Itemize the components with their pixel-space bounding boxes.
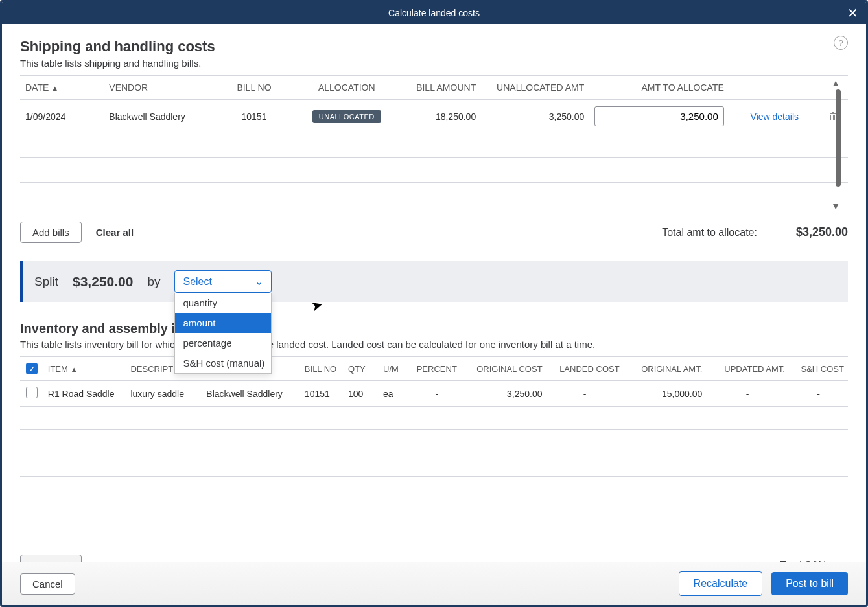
col-origamt[interactable]: ORIGINAL AMT. bbox=[624, 357, 707, 381]
col-um[interactable]: U/M bbox=[379, 357, 410, 381]
cell-item: R1 Road Saddle bbox=[44, 381, 127, 407]
cell-billno: 10151 bbox=[219, 100, 289, 133]
col-allocation[interactable]: ALLOCATION bbox=[289, 76, 405, 100]
col-vendor[interactable]: VENDOR bbox=[104, 76, 219, 100]
select-placeholder: Select bbox=[183, 276, 211, 288]
col-unalloc[interactable]: UNALLOCATED AMT bbox=[481, 76, 589, 100]
table-row[interactable] bbox=[20, 430, 848, 453]
split-amount: $3,250.00 bbox=[73, 274, 133, 290]
col-origcost[interactable]: ORIGINAL COST bbox=[463, 357, 546, 381]
dialog-footer: Cancel Recalculate Post to bill bbox=[2, 562, 866, 605]
col-qty[interactable]: QTY bbox=[344, 357, 379, 381]
recalculate-button[interactable]: Recalculate bbox=[679, 571, 763, 596]
cell-vendor: Blackwell Saddlery bbox=[202, 381, 301, 407]
dialog-content: ? Shipping and handling costs This table… bbox=[2, 24, 866, 562]
col-amtalloc[interactable]: AMT TO ALLOCATE bbox=[589, 76, 729, 100]
table-row[interactable] bbox=[20, 453, 848, 477]
option-quantity[interactable]: quantity bbox=[175, 293, 271, 313]
cell-billno: 10151 bbox=[301, 381, 344, 407]
close-icon[interactable]: ✕ bbox=[847, 6, 858, 19]
total-sh-label: Total S&H cost bbox=[780, 560, 848, 562]
cell-amtalloc bbox=[589, 100, 729, 133]
shipping-table-wrap: ▲ DATE▲ VENDOR BILL NO ALLOCATION BILL A… bbox=[20, 75, 848, 207]
split-by-label: by bbox=[147, 275, 160, 289]
col-billno2[interactable]: BILL NO bbox=[301, 357, 344, 381]
col-shcost[interactable]: S&H COST bbox=[789, 357, 848, 381]
option-amount[interactable]: amount bbox=[175, 313, 271, 333]
clear-all-link-2[interactable]: Clear all bbox=[96, 560, 134, 562]
inventory-subtitle: This table lists inventory bill for whic… bbox=[20, 339, 848, 350]
inventory-controls: Add bills Clear all Total S&H cost bbox=[20, 555, 848, 562]
table-row[interactable]: 1/09/2024 Blackwell Saddlery 10151 UNALL… bbox=[20, 100, 848, 133]
split-dropdown: quantity amount percentage S&H cost (man… bbox=[174, 293, 272, 374]
cell-vendor: Blackwell Saddlery bbox=[104, 100, 219, 133]
col-updamt[interactable]: UPDATED AMT. bbox=[706, 357, 789, 381]
cell-landed: - bbox=[546, 381, 624, 407]
post-to-bill-button[interactable]: Post to bill bbox=[771, 572, 848, 595]
cancel-button[interactable]: Cancel bbox=[20, 573, 75, 595]
delete-row-icon[interactable]: 🗑 bbox=[820, 100, 848, 133]
sort-asc-icon: ▲ bbox=[71, 365, 78, 373]
cell-origamt: 15,000.00 bbox=[624, 381, 707, 407]
cell-allocation: UNALLOCATED bbox=[289, 100, 405, 133]
option-percentage[interactable]: percentage bbox=[175, 333, 271, 353]
cell-um: ea bbox=[379, 381, 410, 407]
table-row[interactable]: R1 Road Saddle luxury saddle Blackwell S… bbox=[20, 381, 848, 407]
landed-costs-dialog: Calculate landed costs ✕ ? Shipping and … bbox=[0, 0, 868, 607]
table-row[interactable] bbox=[20, 133, 848, 158]
help-icon[interactable]: ? bbox=[834, 36, 848, 50]
row-checkbox[interactable] bbox=[26, 387, 38, 398]
scroll-down-icon[interactable]: ▼ bbox=[831, 201, 840, 211]
col-percent[interactable]: PERCENT bbox=[410, 357, 463, 381]
add-bills-button[interactable]: Add bills bbox=[20, 222, 82, 243]
cell-date: 1/09/2024 bbox=[20, 100, 104, 133]
col-billamt[interactable]: BILL AMOUNT bbox=[405, 76, 482, 100]
shipping-table: DATE▲ VENDOR BILL NO ALLOCATION BILL AMO… bbox=[20, 75, 848, 207]
table-row[interactable] bbox=[20, 407, 848, 430]
inventory-section: Inventory and assembly items This table … bbox=[20, 321, 848, 562]
cell-billamt: 18,250.00 bbox=[405, 100, 482, 133]
shipping-subtitle: This table lists shipping and handling b… bbox=[20, 58, 848, 69]
cell-shcost: - bbox=[789, 381, 848, 407]
sort-asc-icon: ▲ bbox=[51, 84, 58, 92]
total-allocate-value: $3,250.00 bbox=[796, 225, 848, 239]
total-allocate-label: Total amt to allocate: bbox=[662, 227, 757, 238]
cell-unalloc: 3,250.00 bbox=[481, 100, 589, 133]
title-bar: Calculate landed costs ✕ bbox=[2, 2, 866, 24]
cell-percent: - bbox=[410, 381, 463, 407]
table-row[interactable] bbox=[20, 158, 848, 183]
col-landed[interactable]: LANDED COST bbox=[546, 357, 624, 381]
cursor-icon: ➤ bbox=[309, 296, 325, 315]
scrollbar-thumb[interactable] bbox=[836, 89, 841, 187]
chevron-down-icon: ⌄ bbox=[255, 275, 263, 288]
add-bills-button-2[interactable]: Add bills bbox=[20, 555, 82, 562]
col-item[interactable]: ITEM▲ bbox=[44, 357, 127, 381]
split-method-select[interactable]: Select ⌄ quantity amount percentage S&H … bbox=[174, 270, 272, 293]
inventory-table: ✓ ITEM▲ DESCRIPTION VENDOR BILL NO QTY U… bbox=[20, 356, 848, 477]
split-bar: Split $3,250.00 by Select ⌄ quantity amo… bbox=[20, 261, 848, 302]
cell-origcost: 3,250.00 bbox=[463, 381, 546, 407]
select-all-checkbox[interactable]: ✓ bbox=[26, 363, 38, 374]
cell-updamt: - bbox=[706, 381, 789, 407]
inventory-title: Inventory and assembly items bbox=[20, 321, 848, 336]
window-title: Calculate landed costs bbox=[388, 8, 480, 18]
table-row[interactable] bbox=[20, 183, 848, 207]
split-label: Split bbox=[34, 275, 58, 289]
clear-all-link[interactable]: Clear all bbox=[96, 227, 134, 238]
scroll-up-icon[interactable]: ▲ bbox=[831, 78, 840, 88]
shipping-controls: Add bills Clear all Total amt to allocat… bbox=[20, 222, 848, 243]
cell-qty: 100 bbox=[344, 381, 379, 407]
view-details-link[interactable]: View details bbox=[751, 111, 799, 122]
option-sh-manual[interactable]: S&H cost (manual) bbox=[175, 353, 271, 373]
col-date[interactable]: DATE▲ bbox=[20, 76, 104, 100]
amt-allocate-input[interactable] bbox=[594, 106, 724, 126]
shipping-title: Shipping and handling costs bbox=[20, 38, 848, 55]
col-billno[interactable]: BILL NO bbox=[219, 76, 289, 100]
cell-desc: luxury saddle bbox=[126, 381, 202, 407]
allocation-chip: UNALLOCATED bbox=[312, 110, 381, 123]
